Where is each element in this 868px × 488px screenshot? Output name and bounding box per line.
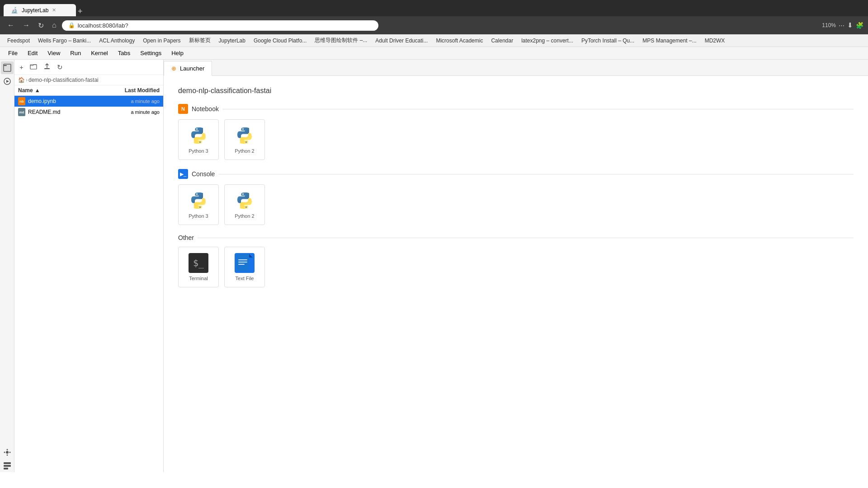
sidebar-btn-tabs[interactable] <box>1 460 14 472</box>
other-section-header: Other <box>178 234 854 241</box>
active-tab[interactable]: 🔬 JupyterLab ✕ <box>4 4 76 16</box>
more-options-icon[interactable]: ⋯ <box>839 22 844 29</box>
sort-icon: ▲ <box>35 87 40 94</box>
menu-tabs[interactable]: Tabs <box>113 48 135 58</box>
menu-run[interactable]: Run <box>66 48 85 58</box>
bookmark-pytorch[interactable]: PyTorch Install – Qu... <box>578 37 638 45</box>
terminal-card[interactable]: $_ Terminal <box>178 247 219 287</box>
file-list: nb demo.ipynb a minute ago md README.md … <box>14 96 163 472</box>
sidebar-btn-commands[interactable] <box>1 446 14 459</box>
other-items-grid: $_ Terminal T <box>178 247 854 287</box>
svg-point-6 <box>6 455 8 456</box>
launcher-tab[interactable]: ⊕ Launcher <box>164 61 212 76</box>
new-folder-button[interactable] <box>28 61 39 73</box>
bookmark-latex2png[interactable]: latex2png – convert... <box>518 37 577 45</box>
bookmark-jupyterlab[interactable]: JupyterLab <box>215 37 249 45</box>
terminal-card-icon: $_ <box>189 253 208 273</box>
textfile-card-icon <box>235 253 255 273</box>
home-button[interactable]: ⌂ <box>49 19 59 31</box>
jupyterlab-app: File Edit View Run Kernel Tabs Settings … <box>0 47 868 472</box>
console-section-label: Console <box>192 170 215 178</box>
notebook-python2-label: Python 2 <box>235 148 254 154</box>
main-area: + ↻ 🏠 › demo-nlp-classification-fastai N… <box>0 60 868 472</box>
home-icon[interactable]: 🏠 <box>18 77 25 83</box>
svg-point-20 <box>242 193 244 195</box>
file-row[interactable]: nb demo.ipynb a minute ago <box>14 96 163 107</box>
notebook-kernel-grid: Python 3 Python 2 <box>178 119 854 160</box>
svg-rect-26 <box>238 264 245 265</box>
bookmark-msacademic[interactable]: Microsoft Academic <box>432 37 486 45</box>
bookmark-mps[interactable]: MPS Management –... <box>639 37 700 45</box>
terminal-card-label: Terminal <box>189 276 208 281</box>
svg-point-4 <box>6 451 9 454</box>
file-modified: a minute ago <box>101 109 160 115</box>
breadcrumb-folder[interactable]: demo-nlp-classification-fastai <box>28 77 99 83</box>
upload-button[interactable] <box>41 61 53 73</box>
downloads-icon[interactable]: ⬇ <box>847 21 853 29</box>
bookmark-md2wx[interactable]: MD2WX <box>701 37 729 45</box>
sidebar-btn-running[interactable] <box>1 75 14 88</box>
other-section-label: Other <box>178 234 194 241</box>
svg-marker-23 <box>249 254 253 258</box>
svg-point-19 <box>199 206 201 208</box>
extensions-icon[interactable]: 🧩 <box>856 22 863 29</box>
bookmark-wellsfargo[interactable]: Wells Fargo – Banki... <box>34 37 94 45</box>
url-text: localhost:8080/lab? <box>78 22 128 29</box>
notebook-python2-card[interactable]: Python 2 <box>224 119 265 160</box>
address-bar[interactable]: 🔒 localhost:8080/lab? <box>62 20 378 31</box>
bookmark-googlecloud[interactable]: Google Cloud Platfo... <box>250 37 310 45</box>
back-button[interactable]: ← <box>5 19 17 31</box>
col-modified-header[interactable]: Last Modified <box>101 87 160 94</box>
notebook-python3-label: Python 3 <box>189 148 208 154</box>
svg-rect-11 <box>4 468 8 469</box>
bookmark-calendar[interactable]: Calendar <box>487 37 517 45</box>
browser-tab-bar: 🔬 JupyterLab ✕ + <box>0 0 868 16</box>
bookmark-newtab[interactable]: 新标签页 <box>185 36 214 45</box>
file-row[interactable]: md README.md a minute ago <box>14 107 163 117</box>
bookmark-driver[interactable]: Adult Driver Educati... <box>372 37 431 45</box>
menu-help[interactable]: Help <box>167 48 188 58</box>
notebook-section-icon: N <box>178 104 188 114</box>
bookmark-acl[interactable]: ACL Anthology <box>95 37 138 45</box>
browser-nav-row: ← → ↻ ⌂ 🔒 localhost:8080/lab? 110% ⋯ ⬇ 🧩 <box>0 16 868 34</box>
refresh-files-button[interactable]: ↻ <box>55 62 65 73</box>
textfile-card[interactable]: Text File <box>224 247 265 287</box>
menu-view[interactable]: View <box>43 48 65 58</box>
content-area: ⊕ Launcher demo-nlp-classification-fasta… <box>164 60 868 472</box>
tab-close-icon[interactable]: ✕ <box>52 7 56 13</box>
browser-controls: 110% ⋯ ⬇ 🧩 <box>822 21 863 29</box>
new-tab-button[interactable]: + <box>78 7 83 16</box>
menu-settings[interactable]: Settings <box>136 48 166 58</box>
svg-rect-0 <box>4 65 7 66</box>
refresh-button[interactable]: ↻ <box>35 19 47 32</box>
menu-bar: File Edit View Run Kernel Tabs Settings … <box>0 47 868 60</box>
console-kernel-grid: Python 3 Python 2 <box>178 184 854 225</box>
bookmark-mindmap[interactable]: 思维导图绘制软件 –... <box>311 36 371 45</box>
svg-point-14 <box>196 128 198 130</box>
col-name-header[interactable]: Name ▲ <box>18 87 101 94</box>
sidebar-btn-files[interactable] <box>1 61 14 74</box>
markdown-file-icon: md <box>18 108 25 116</box>
svg-rect-13 <box>44 68 50 69</box>
forward-button[interactable]: → <box>20 19 33 31</box>
bookmark-openinpapers[interactable]: Open in Papers <box>139 37 184 45</box>
svg-point-21 <box>245 206 247 208</box>
tab-favicon: 🔬 <box>11 7 18 14</box>
launcher-title: demo-nlp-classification-fastai <box>178 87 854 95</box>
svg-rect-9 <box>4 462 11 464</box>
menu-file[interactable]: File <box>4 48 22 58</box>
svg-rect-25 <box>238 262 247 263</box>
zoom-level: 110% <box>822 22 836 28</box>
console-python3-card[interactable]: Python 3 <box>178 184 219 225</box>
textfile-card-label: Text File <box>236 276 254 281</box>
other-section-divider <box>198 238 854 238</box>
new-file-button[interactable]: + <box>17 62 26 72</box>
file-browser-panel: + ↻ 🏠 › demo-nlp-classification-fastai N… <box>14 60 164 472</box>
console-python2-card[interactable]: Python 2 <box>224 184 265 225</box>
breadcrumb-sep: › <box>26 77 28 83</box>
menu-kernel[interactable]: Kernel <box>86 48 113 58</box>
bookmark-feedspot[interactable]: Feedspot <box>4 37 33 45</box>
svg-marker-3 <box>6 80 9 83</box>
notebook-python3-card[interactable]: Python 3 <box>178 119 219 160</box>
menu-edit[interactable]: Edit <box>23 48 42 58</box>
